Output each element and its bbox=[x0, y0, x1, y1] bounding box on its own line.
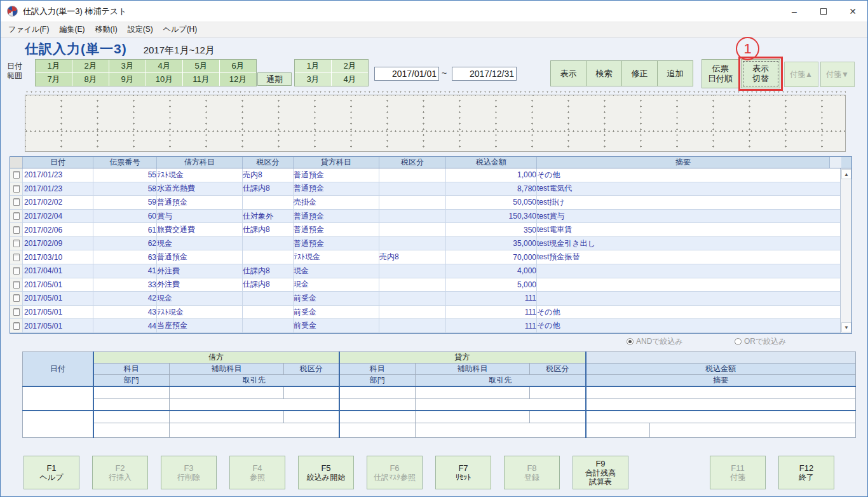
modify-button[interactable]: 修正 bbox=[621, 60, 658, 86]
table-row[interactable]: 2017/04/01 41 外注費 仕課内8 現金 4,000 bbox=[10, 264, 840, 278]
entry-cell[interactable] bbox=[339, 411, 416, 423]
entry-cell[interactable] bbox=[170, 386, 284, 398]
cell-credit-tax bbox=[379, 223, 446, 236]
entry-cell[interactable] bbox=[416, 386, 530, 398]
cell-credit-tax bbox=[379, 196, 446, 209]
month-button-9[interactable]: 9月 bbox=[109, 73, 146, 86]
entry-cell[interactable] bbox=[284, 386, 339, 398]
fkey-f2[interactable]: F2 行挿入 bbox=[92, 456, 148, 489]
entry-cell[interactable] bbox=[93, 386, 170, 398]
entry-cell[interactable] bbox=[339, 386, 416, 398]
fkey-f8[interactable]: F8 登録 bbox=[504, 456, 560, 489]
radio-checked-icon bbox=[627, 338, 634, 345]
full-period-button[interactable]: 通期 bbox=[257, 72, 292, 86]
month-button-10[interactable]: 10月 bbox=[146, 73, 182, 86]
fkey-f3[interactable]: F3 行削除 bbox=[161, 456, 217, 489]
entry-cell[interactable] bbox=[284, 411, 339, 423]
table-row[interactable]: 2017/01/23 55 ﾃｽﾄ現金 売内8 普通預金 1,000 その他 bbox=[10, 168, 840, 182]
quarter-month-button-4[interactable]: 4月 bbox=[332, 73, 368, 86]
month-button-6[interactable]: 6月 bbox=[220, 60, 256, 72]
entry-cell[interactable] bbox=[339, 398, 416, 411]
entry-cell[interactable] bbox=[170, 398, 339, 411]
cell-amount: 111 bbox=[446, 306, 537, 319]
minimize-button[interactable]: – bbox=[780, 1, 809, 22]
fkey-f4[interactable]: F4 参照 bbox=[229, 456, 285, 489]
table-row[interactable]: 2017/03/10 63 普通預金 ﾃｽﾄ現金 売内8 70,000 test… bbox=[10, 250, 840, 264]
menu-edit[interactable]: 編集(E) bbox=[54, 22, 90, 37]
fkey-f9[interactable]: F9 合計残高 試算表 bbox=[573, 456, 628, 489]
fusen-down-button[interactable]: 付箋▼ bbox=[820, 62, 855, 87]
scroll-down-icon[interactable]: ▼ bbox=[841, 322, 851, 332]
entry-cell[interactable] bbox=[416, 398, 586, 411]
month-button-8[interactable]: 8月 bbox=[72, 73, 109, 86]
journal-rows: 2017/01/23 55 ﾃｽﾄ現金 売内8 普通預金 1,000 その他 2… bbox=[10, 168, 840, 333]
cell-debit-tax bbox=[243, 196, 294, 209]
month-button-12[interactable]: 12月 bbox=[220, 73, 256, 86]
month-button-11[interactable]: 11月 bbox=[183, 73, 219, 86]
month-button-1[interactable]: 1月 bbox=[36, 60, 72, 72]
menu-file[interactable]: ファイル(F) bbox=[3, 22, 54, 37]
fkey-f1[interactable]: F1 ヘルプ bbox=[24, 456, 79, 489]
entry-cell[interactable] bbox=[586, 398, 856, 411]
month-button-5[interactable]: 5月 bbox=[183, 60, 219, 72]
cell-credit-tax bbox=[379, 210, 446, 223]
vertical-scrollbar[interactable]: ▲ ▼ bbox=[840, 168, 851, 333]
entry-cell[interactable] bbox=[586, 386, 856, 398]
search-button[interactable]: 検索 bbox=[586, 60, 622, 86]
entry-cell[interactable] bbox=[339, 423, 416, 437]
add-button[interactable]: 追加 bbox=[657, 60, 693, 86]
month-button-3[interactable]: 3月 bbox=[109, 60, 146, 72]
month-button-4[interactable]: 4月 bbox=[146, 60, 182, 72]
fkey-f7[interactable]: F7 ﾘｾｯﾄ bbox=[435, 456, 491, 489]
quarter-month-button-1[interactable]: 1月 bbox=[295, 60, 331, 72]
scroll-up-icon[interactable]: ▲ bbox=[841, 169, 851, 179]
table-row[interactable]: 2017/02/02 59 普通預金 売掛金 50,050 test掛け bbox=[10, 196, 840, 210]
fkey-label: ﾘｾｯﾄ bbox=[456, 473, 471, 482]
fkey-f11[interactable]: F11 付箋 bbox=[710, 456, 766, 489]
entry-cell[interactable] bbox=[93, 398, 170, 411]
display-toggle-button[interactable]: 表示切替 bbox=[741, 59, 780, 88]
entry-cell[interactable] bbox=[530, 411, 586, 423]
entry-cell[interactable] bbox=[416, 411, 530, 423]
table-row[interactable]: 2017/02/09 62 現金 普通預金 35,000 test現金引き出し bbox=[10, 237, 840, 251]
filter-and-radio[interactable]: ANDで絞込み bbox=[627, 336, 683, 347]
table-row[interactable]: 2017/05/01 43 ﾃｽﾄ現金 前受金 111 その他 bbox=[10, 306, 840, 320]
quarter-month-button-2[interactable]: 2月 bbox=[332, 60, 368, 72]
fkey-f5[interactable]: F5 絞込み開始 bbox=[298, 456, 354, 489]
entry-cell[interactable] bbox=[586, 411, 856, 423]
fusen-up-button[interactable]: 付箋▲ bbox=[784, 62, 818, 87]
cell-date: 2017/02/02 bbox=[23, 196, 93, 209]
entry-memo-cell[interactable] bbox=[586, 423, 856, 437]
table-row[interactable]: 2017/05/01 44 当座預金 前受金 111 その他 bbox=[10, 319, 840, 333]
month-button-7[interactable]: 7月 bbox=[36, 73, 72, 86]
entry-cell[interactable] bbox=[170, 423, 339, 437]
fkey-label: 合計残高 試算表 bbox=[585, 468, 616, 486]
close-button[interactable]: ✕ bbox=[838, 1, 867, 22]
table-row[interactable]: 2017/01/23 58 水道光熱費 仕課内8 普通預金 8,780 test… bbox=[10, 182, 840, 196]
header-amount: 税込金額 bbox=[446, 157, 537, 168]
entry-cell[interactable] bbox=[93, 423, 170, 437]
entry-date-input-cell[interactable] bbox=[23, 386, 93, 411]
show-button[interactable]: 表示 bbox=[550, 60, 587, 86]
fkey-f6[interactable]: F6 仕訳ﾏｽﾀ参照 bbox=[367, 456, 423, 489]
entry-cell[interactable] bbox=[416, 423, 586, 437]
table-row[interactable]: 2017/05/01 33 外注費 仕課内8 現金 5,000 bbox=[10, 278, 840, 292]
fkey-f12[interactable]: F12 終了 bbox=[778, 456, 834, 489]
menu-move[interactable]: 移動(I) bbox=[90, 22, 122, 37]
maximize-button[interactable] bbox=[809, 1, 838, 22]
entry-cell[interactable] bbox=[93, 411, 170, 423]
menu-settings[interactable]: 設定(S) bbox=[123, 22, 158, 37]
table-row[interactable]: 2017/05/01 42 現金 前受金 111 bbox=[10, 292, 840, 306]
date-from-input[interactable] bbox=[374, 67, 439, 81]
table-row[interactable]: 2017/02/06 61 旅費交通費 仕課内8 普通預金 350 test電車… bbox=[10, 223, 840, 237]
date-to-input[interactable] bbox=[452, 67, 517, 81]
quarter-month-button-3[interactable]: 3月 bbox=[295, 73, 331, 86]
entry-cell[interactable] bbox=[170, 411, 284, 423]
entry-date-input-cell[interactable] bbox=[23, 411, 93, 437]
entry-cell[interactable] bbox=[530, 386, 586, 398]
month-button-2[interactable]: 2月 bbox=[72, 60, 109, 72]
menu-help[interactable]: ヘルプ(H) bbox=[158, 22, 203, 37]
filter-or-radio[interactable]: ORで絞込み bbox=[735, 336, 787, 347]
slip-date-order-button[interactable]: 伝票日付順 bbox=[702, 59, 739, 88]
table-row[interactable]: 2017/02/04 60 賞与 仕対象外 普通預金 150,340 test賞… bbox=[10, 210, 840, 224]
